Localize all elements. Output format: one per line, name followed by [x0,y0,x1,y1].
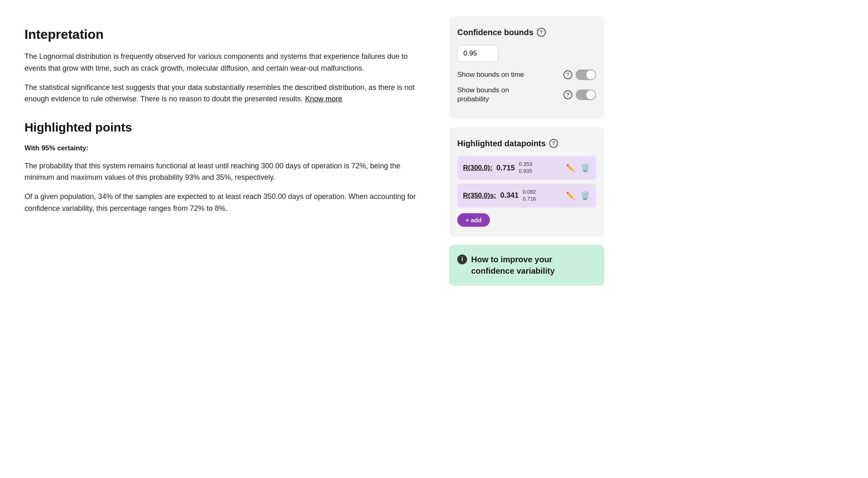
improve-title: i How to improve your confidence variabi… [457,254,596,277]
datapoint-actions-2: ✏️ 🗑️ [565,190,590,201]
interpretation-para-1: The Lognormal distribution is frequently… [24,51,425,74]
highlighted-datapoints-panel: Highlighted datapoints ? R(300.0): 0.715… [449,127,604,237]
show-bounds-prob-toggle-group: ? [563,89,596,100]
highlighted-datapoints-help-icon[interactable]: ? [549,139,558,148]
datapoint-bounds-1: 0.353 0.935 [519,161,532,175]
sidebar: Confidence bounds ? Show bounds on time … [449,16,604,462]
datapoint-bounds-2: 0.082 0.716 [523,189,536,203]
interpretation-title: Intepretation [24,25,425,44]
show-bounds-time-toggle[interactable] [576,69,596,80]
add-datapoint-button[interactable]: + add [457,213,490,227]
highlighted-points-title: Highlighted points [24,118,425,136]
datapoint-left-1: R(300.0): 0.715 0.353 0.935 [463,161,532,175]
show-bounds-time-toggle-group: ? [563,69,596,80]
datapoint-delete-1[interactable]: 🗑️ [580,163,590,173]
datapoint-upper-1: 0.353 [519,161,532,168]
datapoint-edit-1[interactable]: ✏️ [565,163,576,173]
improve-panel: i How to improve your confidence variabi… [449,245,604,286]
know-more-link[interactable]: Know more [305,95,342,103]
confidence-bounds-title: Confidence bounds ? [457,26,596,38]
confidence-bounds-help-icon[interactable]: ? [537,28,546,37]
show-bounds-time-label: Show bounds on time [457,70,524,79]
interpretation-body: The Lognormal distribution is frequently… [24,51,425,105]
datapoint-value-2: 0.341 [500,190,519,201]
datapoint-actions-1: ✏️ 🗑️ [565,163,590,173]
show-bounds-prob-label: Show bounds on probability [457,86,539,104]
interpretation-para-2-text: The statistical significance test sugges… [24,83,415,103]
highlighted-points-section: Highlighted points With 95% certainty: T… [24,118,425,214]
info-icon: i [457,255,467,264]
confidence-bounds-label: Confidence bounds [457,26,534,38]
datapoint-label-2[interactable]: R(350.0)s: [463,190,496,201]
show-bounds-prob-help-icon[interactable]: ? [563,90,572,99]
highlighted-datapoints-label: Highlighted datapoints [457,137,546,150]
certainty-label: With 95% certainty: [24,143,425,154]
highlighted-para-2: Of a given population, 34% of the sample… [24,191,425,214]
show-bounds-prob-row: Show bounds on probability ? [457,86,596,104]
show-bounds-time-row: Show bounds on time ? [457,69,596,80]
datapoint-label-1[interactable]: R(300.0): [463,163,492,173]
datapoint-value-1: 0.715 [496,163,515,174]
improve-title-text: How to improve your confidence variabili… [471,254,596,277]
highlighted-datapoints-title: Highlighted datapoints ? [457,137,596,150]
datapoint-lower-2: 0.716 [523,196,536,203]
datapoint-upper-2: 0.082 [523,189,536,196]
datapoint-delete-2[interactable]: 🗑️ [580,190,590,201]
datapoint-edit-2[interactable]: ✏️ [565,190,576,201]
show-bounds-time-help-icon[interactable]: ? [563,70,572,79]
confidence-value-input[interactable] [457,45,498,62]
show-bounds-prob-toggle[interactable] [576,89,596,100]
interpretation-para-2: The statistical significance test sugges… [24,82,425,105]
datapoint-lower-1: 0.935 [519,168,532,175]
datapoint-left-2: R(350.0)s: 0.341 0.082 0.716 [463,189,536,203]
confidence-bounds-panel: Confidence bounds ? Show bounds on time … [449,16,604,119]
datapoint-item-2: R(350.0)s: 0.341 0.082 0.716 ✏️ 🗑️ [457,184,596,208]
datapoint-item-1: R(300.0): 0.715 0.353 0.935 ✏️ 🗑️ [457,156,596,180]
highlighted-para-1: The probability that this system remains… [24,160,425,184]
highlighted-points-body: The probability that this system remains… [24,160,425,214]
